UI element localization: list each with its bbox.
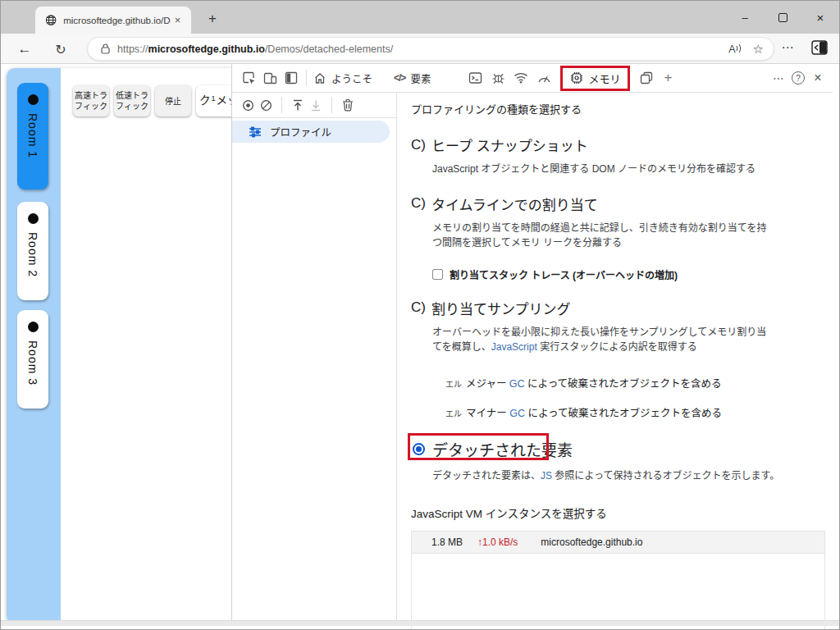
toolbar-divider xyxy=(306,70,307,86)
option-heap-snapshot[interactable]: C) ヒープ スナップショット xyxy=(411,135,833,155)
favorites-star-icon[interactable]: ☆ xyxy=(753,42,764,57)
tab-elements[interactable]: </> 要素 xyxy=(394,71,431,86)
option-label: タイムラインでの割り当て xyxy=(431,194,598,214)
chat-card: Room 1 Room 2 Room 3 高速トラフィック 低速トラフィック 停… xyxy=(7,68,231,624)
room-dot-icon xyxy=(28,213,39,224)
option-detached-elements[interactable]: デタッチされた要素 xyxy=(413,438,833,460)
maximize-button[interactable] xyxy=(764,1,801,34)
detached-elements-label: デタッチされた要素 xyxy=(432,438,573,460)
url-path: /Demos/detached-elements/ xyxy=(265,43,393,55)
allocation-stack-trace-checkbox[interactable] xyxy=(432,269,443,280)
devtools-panel: ようこそ </> 要素 xyxy=(231,64,833,620)
title-bar: microsoftedge.github.io/Demos/d × + – × xyxy=(1,1,839,34)
save-profile-icon xyxy=(307,97,325,113)
toolbar-divider xyxy=(281,97,282,113)
message-button[interactable]: ク1メッセージ xyxy=(196,85,231,116)
tab-memory[interactable]: メモリ xyxy=(560,66,630,91)
profiles-toolbar xyxy=(232,93,396,118)
room-label: Room 2 xyxy=(26,232,39,277)
network-wifi-icon[interactable] xyxy=(513,70,529,86)
radio-detached-elements-selected[interactable] xyxy=(413,443,425,455)
option-description: メモリの割り当てを時間の経過と共に記録し、引き続き有効な割り当てを持つ間隔を選択… xyxy=(432,221,767,251)
radio-allocation-timeline[interactable]: C) xyxy=(411,195,426,212)
record-profile-icon[interactable] xyxy=(239,97,257,113)
tab-elements-label: 要素 xyxy=(410,71,431,86)
radio-dot xyxy=(416,446,422,452)
stop-button[interactable]: 停止 xyxy=(155,85,191,116)
vm-instances-heading: JavaScript VM インスタンスを選択する xyxy=(411,504,833,521)
room-2-tab[interactable]: Room 2 xyxy=(17,202,48,300)
back-button[interactable]: ← xyxy=(14,39,35,60)
dock-side-icon[interactable] xyxy=(283,70,299,86)
option-description: JavaScript オブジェクトと関連する DOM ノードのメモリ分布を確認す… xyxy=(432,162,767,177)
browser-toolbar: ← ↻ https://microsoftedge.github.io/Demo… xyxy=(1,34,839,64)
load-profile-icon[interactable] xyxy=(289,97,307,113)
content-area: Room 1 Room 2 Room 3 高速トラフィック 低速トラフィック 停… xyxy=(1,64,839,626)
tab-welcome[interactable]: ようこそ xyxy=(313,71,372,86)
device-emulation-icon[interactable] xyxy=(262,70,278,86)
browser-window: microsoftedge.github.io/Demos/d × + – × … xyxy=(0,0,840,630)
bug-icon[interactable] xyxy=(490,70,506,86)
tab-memory-label: メモリ xyxy=(588,71,620,86)
radio-heap-snapshot[interactable]: C) xyxy=(411,137,426,153)
browser-menu-icon[interactable]: ⋯ xyxy=(778,40,797,55)
room-label: Room 1 xyxy=(26,113,39,158)
room-dot-icon xyxy=(28,322,39,332)
new-tab-button[interactable]: + xyxy=(203,9,222,29)
lock-icon[interactable] xyxy=(101,43,110,54)
memory-chip-icon xyxy=(570,71,583,84)
fast-traffic-button[interactable]: 高速トラフィック xyxy=(73,85,109,116)
globe-favicon-icon xyxy=(45,14,57,26)
slow-traffic-button[interactable]: 低速トラフィック xyxy=(114,85,150,116)
tab-close-button[interactable]: × xyxy=(171,13,185,28)
minimize-button[interactable]: – xyxy=(726,1,764,34)
room-3-tab[interactable]: Room 3 xyxy=(17,310,48,409)
option-label: ヒープ スナップショット xyxy=(431,135,588,155)
checkbox-label: 割り当てスタック トレース (オーバーヘッドの増加) xyxy=(450,267,678,281)
clear-profiles-icon[interactable] xyxy=(257,97,275,113)
devtools-menu-icon[interactable]: ⋯ xyxy=(770,70,787,86)
profiling-type-heading: プロファイリングの種類を選択する xyxy=(411,101,833,116)
url-scheme: https:// xyxy=(117,43,148,55)
vm-instances-table: 1.8 MB ↑1.0 kB/s microsoftedge.github.io xyxy=(411,531,825,630)
refresh-button[interactable]: ↻ xyxy=(50,39,71,60)
room-label: Room 3 xyxy=(26,340,39,386)
performance-gauge-icon[interactable] xyxy=(536,70,552,86)
close-devtools-icon[interactable]: × xyxy=(810,70,826,86)
room-1-tab[interactable]: Room 1 xyxy=(17,83,48,189)
console-icon[interactable] xyxy=(467,70,483,86)
sliders-icon xyxy=(249,126,262,138)
radio-allocation-sampling[interactable]: C) xyxy=(411,299,426,316)
detached-elements-description: デタッチされた要素は、JS 参照によって保持されるオブジェクトを示します。 xyxy=(432,468,833,482)
url-text: https://microsoftedge.github.io/Demos/de… xyxy=(117,43,722,55)
read-aloud-icon[interactable]: A xyxy=(728,43,741,55)
major-gc-option[interactable]: エルメジャー GC によって破棄されたオブジェクトを含める xyxy=(445,375,833,390)
maximize-icon xyxy=(778,13,788,22)
inspect-element-icon[interactable] xyxy=(240,70,257,86)
help-icon[interactable]: ? xyxy=(792,71,805,84)
memory-panel: プロファイリングの種類を選択する C) ヒープ スナップショット JavaScr… xyxy=(396,93,833,620)
close-window-button[interactable]: × xyxy=(801,1,839,34)
profiles-item-label: プロファイル xyxy=(270,124,331,139)
sidebar-item-profiles[interactable]: プロファイル xyxy=(232,121,390,143)
option-allocation-timeline[interactable]: C) タイムラインでの割り当て xyxy=(411,194,833,214)
toolbar-divider xyxy=(331,97,332,113)
traffic-controls: 高速トラフィック 低速トラフィック 停止 ク1メッセージ xyxy=(73,85,231,116)
tab-title: microsoftedge.github.io/Demos/d xyxy=(63,16,171,25)
window-bottom-frame xyxy=(1,620,839,626)
delete-profile-icon[interactable] xyxy=(339,97,357,113)
option-allocation-sampling[interactable]: C) 割り当てサンプリング xyxy=(411,298,833,318)
devtools-toolbar: ようこそ </> 要素 xyxy=(232,64,833,93)
browser-tab[interactable]: microsoftedge.github.io/Demos/d × xyxy=(35,7,191,34)
minor-gc-option[interactable]: エルマイナー GC によって破棄されたオブジェクトを含める xyxy=(445,404,833,420)
home-icon xyxy=(313,72,326,84)
room-dot-icon xyxy=(28,94,39,105)
copilot-sidebar-icon[interactable] xyxy=(811,40,828,55)
window-controls: – × xyxy=(726,1,839,34)
more-tools-layers-icon[interactable] xyxy=(638,70,655,86)
add-panel-icon[interactable]: + xyxy=(660,70,676,86)
gc-checkbox-artifact: エル xyxy=(445,409,462,418)
vm-origin: microsoftedge.github.io xyxy=(541,536,642,548)
url-bar[interactable]: https://microsoftedge.github.io/Demos/de… xyxy=(87,37,774,61)
vm-instance-row[interactable]: 1.8 MB ↑1.0 kB/s microsoftedge.github.io xyxy=(412,532,824,554)
